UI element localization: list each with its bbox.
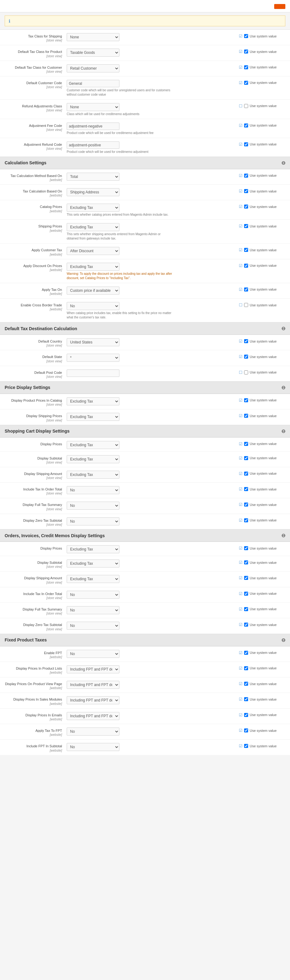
- field-select-4-1[interactable]: Excluding Tax: [67, 455, 119, 463]
- use-system-checkbox-4-3[interactable]: [244, 487, 248, 491]
- use-system-checkbox-5-4[interactable]: [244, 607, 248, 611]
- use-system-checkbox-6-5[interactable]: [244, 729, 248, 732]
- section-header-shopping-cart-display[interactable]: Shopping Cart Display Settings⊖: [0, 425, 290, 438]
- use-system-checkbox-5-0[interactable]: [244, 546, 248, 550]
- use-system-checkbox-3-1[interactable]: [244, 414, 248, 418]
- field-label-5-4: Display Full Tax Summary[store view]: [5, 605, 67, 616]
- use-system-checkbox-0-6[interactable]: [244, 142, 248, 146]
- use-system-checkbox-1-3[interactable]: [244, 224, 248, 228]
- use-system-checkbox-0-3[interactable]: [244, 81, 248, 85]
- use-system-checkbox-6-0[interactable]: [244, 651, 248, 655]
- use-system-checkbox-4-1[interactable]: [244, 456, 248, 460]
- section-header-fixed-product-taxes[interactable]: Fixed Product Taxes⊖: [0, 634, 290, 646]
- use-system-checkbox-0-2[interactable]: [244, 65, 248, 69]
- field-select-5-2[interactable]: Excluding Tax: [67, 575, 119, 583]
- field-select-6-3[interactable]: Including FPT and FPT description: [67, 696, 119, 704]
- field-col-1-2: Excluding TaxThis sets whether catalog p…: [67, 203, 236, 217]
- field-select-6-2[interactable]: Including FPT and FPT description: [67, 681, 119, 689]
- use-system-checkbox-4-4[interactable]: [244, 503, 248, 507]
- field-select-4-2[interactable]: Excluding Tax: [67, 471, 119, 479]
- field-select-4-5[interactable]: No: [67, 517, 119, 525]
- use-system-checkbox-1-7[interactable]: [244, 303, 248, 307]
- field-input-0-6[interactable]: [67, 142, 119, 149]
- use-system-checkbox-2-2[interactable]: [244, 371, 248, 374]
- use-system-checkbox-2-1[interactable]: [244, 355, 248, 359]
- use-system-checkbox-1-0[interactable]: [244, 173, 248, 178]
- field-select-2-1[interactable]: *: [67, 354, 119, 362]
- field-label-6-4: Display Prices In Emails[website]: [5, 711, 67, 721]
- use-system-checkbox-6-1[interactable]: [244, 666, 248, 670]
- use-system-checkbox-1-5[interactable]: [244, 264, 248, 268]
- save-config-button[interactable]: [274, 4, 285, 9]
- field-select-1-0[interactable]: Total: [67, 173, 119, 181]
- field-select-1-3[interactable]: Excluding Tax: [67, 223, 119, 231]
- field-select-4-4[interactable]: No: [67, 502, 119, 510]
- field-select-1-1[interactable]: Shipping Address: [67, 188, 119, 196]
- use-system-checkbox-4-0[interactable]: [244, 442, 248, 446]
- field-select-1-7[interactable]: No: [67, 302, 119, 310]
- use-system-checkbox-3-0[interactable]: [244, 398, 248, 402]
- field-col-4-3: No: [67, 485, 236, 494]
- use-system-checkbox-1-2[interactable]: [244, 205, 248, 208]
- checkbox-checkmark-0-3: ☑: [239, 80, 242, 85]
- use-system-checkbox-0-4[interactable]: [244, 104, 248, 108]
- field-input-0-3[interactable]: [67, 80, 119, 87]
- field-select-6-5[interactable]: No: [67, 727, 119, 735]
- field-select-0-0[interactable]: None: [67, 33, 119, 41]
- field-select-6-4[interactable]: Including FPT and FPT description: [67, 712, 119, 720]
- section-header-default-tax-destination[interactable]: Default Tax Destination Calculation⊖: [0, 323, 290, 335]
- field-select-6-6[interactable]: No: [67, 743, 119, 751]
- use-system-checkbox-5-2[interactable]: [244, 576, 248, 580]
- field-select-5-5[interactable]: No: [67, 622, 119, 630]
- use-system-checkbox-1-4[interactable]: [244, 248, 248, 252]
- field-select-5-1[interactable]: Excluding Tax: [67, 560, 119, 568]
- field-select-6-1[interactable]: Including FPT and FPT description: [67, 665, 119, 673]
- use-system-checkbox-6-4[interactable]: [244, 713, 248, 717]
- use-system-checkbox-5-1[interactable]: [244, 560, 248, 565]
- scope-text: [store view]: [5, 627, 62, 631]
- field-input-0-5[interactable]: [67, 123, 119, 130]
- field-select-0-4[interactable]: None: [67, 103, 119, 111]
- use-system-checkbox-5-3[interactable]: [244, 592, 248, 596]
- field-select-1-5[interactable]: Excluding Tax: [67, 263, 119, 271]
- use-system-col-4-2: ☑ Use system value: [236, 470, 285, 476]
- field-select-5-3[interactable]: No: [67, 591, 119, 599]
- use-system-checkbox-1-6[interactable]: [244, 288, 248, 291]
- use-system-label-4-4: Use system value: [250, 503, 277, 507]
- use-system-checkbox-6-2[interactable]: [244, 682, 248, 686]
- use-system-checkbox-0-5[interactable]: [244, 124, 248, 127]
- scope-text: [website]: [5, 268, 62, 272]
- use-system-checkbox-1-1[interactable]: [244, 189, 248, 193]
- field-select-3-1[interactable]: Excluding Tax: [67, 413, 119, 421]
- checkbox-checkmark-5-5: ☑: [239, 622, 242, 627]
- field-select-0-2[interactable]: Retail Customer: [67, 64, 119, 72]
- use-system-checkbox-2-0[interactable]: [244, 339, 248, 343]
- field-select-5-4[interactable]: No: [67, 606, 119, 614]
- field-select-1-2[interactable]: Excluding Tax: [67, 204, 119, 212]
- use-system-checkbox-4-2[interactable]: [244, 472, 248, 476]
- field-select-6-0[interactable]: No: [67, 650, 119, 658]
- use-system-checkbox-0-1[interactable]: [244, 49, 248, 54]
- use-system-checkbox-4-5[interactable]: [244, 518, 248, 522]
- use-system-checkbox-6-6[interactable]: [244, 744, 248, 748]
- use-system-checkbox-6-3[interactable]: [244, 697, 248, 701]
- field-select-4-0[interactable]: Excluding Tax: [67, 441, 119, 449]
- field-col-1-5: Excluding TaxWarning: To apply the disco…: [67, 262, 236, 280]
- field-select-4-3[interactable]: No: [67, 486, 119, 494]
- field-select-5-0[interactable]: Excluding Tax: [67, 545, 119, 553]
- use-system-col-2-1: ☑ Use system value: [236, 353, 285, 359]
- field-input-2-2[interactable]: [67, 369, 119, 377]
- section-header-price-display-settings[interactable]: Price Display Settings⊖: [0, 382, 290, 394]
- checkbox-checkmark-0-0: ☑: [239, 34, 242, 38]
- use-system-checkbox-0-0[interactable]: [244, 34, 248, 38]
- field-select-0-1[interactable]: Taxable Goods: [67, 49, 119, 57]
- section-header-orders-display[interactable]: Orders, Invoices, Credit Memos Display S…: [0, 530, 290, 542]
- field-select-1-6[interactable]: Custom price if available: [67, 286, 119, 294]
- section-header-calculation-settings[interactable]: Calculation Settings⊖: [0, 157, 290, 169]
- field-select-1-4[interactable]: After Discount: [67, 247, 119, 255]
- field-select-3-0[interactable]: Excluding Tax: [67, 397, 119, 406]
- use-system-checkbox-5-5[interactable]: [244, 623, 248, 627]
- section-title: Calculation Settings: [5, 160, 46, 165]
- field-select-2-0[interactable]: United States: [67, 338, 119, 346]
- scope-text: [store view]: [5, 70, 62, 74]
